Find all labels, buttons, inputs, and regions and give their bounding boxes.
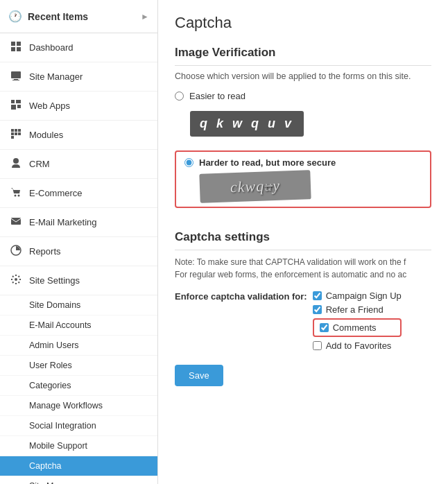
captcha-hard-option[interactable]: Harder to read, but more secure xyxy=(184,157,422,168)
arrow-right-icon: ► xyxy=(141,12,149,21)
clock-icon: 🕐 xyxy=(8,10,22,23)
site-settings-icon xyxy=(10,274,22,287)
sub-item-mobile-support[interactable]: Mobile Support xyxy=(0,436,157,456)
svg-point-20 xyxy=(18,195,20,197)
svg-rect-9 xyxy=(11,105,16,110)
captcha-hard-label: Harder to read, but more secure xyxy=(199,157,336,168)
sidebar-item-site-manager-label: Site Manager xyxy=(29,71,83,82)
sidebar-item-crm-label: CRM xyxy=(29,159,50,169)
crm-icon xyxy=(10,157,22,171)
svg-rect-4 xyxy=(11,71,21,78)
captcha-settings-note: Note: To make sure that CAPTCHA validati… xyxy=(175,256,431,281)
svg-rect-7 xyxy=(11,100,15,103)
sub-item-email-accounts[interactable]: E-Mail Accounts xyxy=(0,316,157,336)
image-verification-title: Image Verification xyxy=(175,46,431,66)
sub-item-manage-workflows[interactable]: Manage Workflows xyxy=(0,396,157,416)
recent-items-label: Recent Items xyxy=(28,11,88,22)
sidebar-item-modules[interactable]: Modules xyxy=(0,121,157,150)
sub-item-site-domains[interactable]: Site Domains xyxy=(0,295,157,316)
svg-rect-14 xyxy=(11,132,14,135)
sidebar-item-dashboard-label: Dashboard xyxy=(29,42,74,53)
svg-rect-12 xyxy=(15,129,17,132)
sub-item-captcha[interactable]: Captcha xyxy=(0,456,157,476)
sidebar: 🕐 Recent Items ► Dashboard Site Manager … xyxy=(0,0,158,484)
svg-rect-8 xyxy=(16,100,21,103)
sidebar-item-reports[interactable]: Reports xyxy=(0,237,157,266)
campaign-signup-label: Campaign Sign Up xyxy=(326,291,402,301)
save-button[interactable]: Save xyxy=(175,365,223,386)
svg-rect-15 xyxy=(15,132,17,135)
checkbox-add-favorites[interactable]: Add to Favorites xyxy=(313,340,402,351)
refer-friend-label: Refer a Friend xyxy=(326,304,384,315)
sidebar-item-web-apps-label: Web Apps xyxy=(29,101,70,111)
svg-rect-13 xyxy=(18,129,21,132)
captcha-easy-label: Easier to read xyxy=(189,91,245,101)
sub-item-social-integration[interactable]: Social Integration xyxy=(0,416,157,436)
captcha-settings-title: Captcha settings xyxy=(175,230,431,250)
captcha-settings-section: Captcha settings Note: To make sure that… xyxy=(175,230,431,351)
campaign-signup-checkbox[interactable] xyxy=(313,291,322,300)
site-settings-sub-items: Site Domains E-Mail Accounts Admin Users… xyxy=(0,295,157,484)
svg-rect-1 xyxy=(17,42,21,46)
dashboard-icon xyxy=(10,41,22,54)
recent-items-nav[interactable]: 🕐 Recent Items ► xyxy=(0,0,157,33)
captcha-easy-preview: q k w q u v xyxy=(190,111,304,137)
email-marketing-icon xyxy=(10,216,22,229)
modules-icon xyxy=(10,128,22,141)
comments-label: Comments xyxy=(333,322,377,333)
sidebar-item-crm[interactable]: CRM xyxy=(0,150,157,179)
svg-rect-0 xyxy=(11,42,15,46)
sidebar-item-dashboard[interactable]: Dashboard xyxy=(0,33,157,62)
svg-rect-16 xyxy=(18,132,21,135)
web-apps-icon xyxy=(10,99,22,112)
svg-rect-21 xyxy=(11,218,21,225)
image-verification-desc: Choose which version will be applied to … xyxy=(175,71,431,81)
enforce-row: Enforce captcha validation for: Campaign… xyxy=(175,291,431,351)
sub-item-site-map[interactable]: Site Map xyxy=(0,476,157,484)
captcha-hard-preview-container: ckwquy xyxy=(184,172,422,201)
reports-icon xyxy=(10,245,22,258)
sidebar-item-ecommerce-label: E-Commerce xyxy=(29,188,83,198)
svg-rect-3 xyxy=(17,47,21,51)
captcha-hard-radio[interactable] xyxy=(184,158,193,167)
captcha-easy-preview-container: q k w q u v xyxy=(175,108,431,144)
svg-point-18 xyxy=(13,158,19,164)
sidebar-nav: Dashboard Site Manager Web Apps Modules xyxy=(0,33,157,484)
svg-rect-11 xyxy=(11,129,14,132)
site-manager-icon xyxy=(10,70,22,83)
svg-rect-17 xyxy=(11,136,14,139)
captcha-easy-option[interactable]: Easier to read xyxy=(175,91,431,101)
captcha-hard-option-box: Harder to read, but more secure ckwquy xyxy=(175,150,431,208)
comments-checkbox[interactable] xyxy=(320,323,329,332)
page-title: Captcha xyxy=(175,14,431,32)
checkbox-refer-friend[interactable]: Refer a Friend xyxy=(313,304,402,315)
sidebar-item-ecommerce[interactable]: E-Commerce xyxy=(0,179,157,208)
svg-rect-2 xyxy=(11,47,15,51)
sidebar-item-site-settings-label: Site Settings xyxy=(29,275,80,286)
checkbox-campaign-signup[interactable]: Campaign Sign Up xyxy=(313,291,402,301)
checkbox-comments-highlighted: Comments xyxy=(313,318,402,337)
sidebar-item-reports-label: Reports xyxy=(29,246,61,257)
image-verification-section: Image Verification Choose which version … xyxy=(175,46,431,219)
enforce-label: Enforce captcha validation for: xyxy=(175,291,307,302)
checkbox-list: Campaign Sign Up Refer a Friend Comments… xyxy=(313,291,402,351)
sidebar-item-site-manager[interactable]: Site Manager xyxy=(0,62,157,92)
sub-item-categories[interactable]: Categories xyxy=(0,376,157,396)
sidebar-item-site-settings[interactable]: Site Settings xyxy=(0,266,157,295)
sidebar-item-email-marketing[interactable]: E-Mail Marketing xyxy=(0,208,157,237)
add-favorites-label: Add to Favorites xyxy=(326,340,392,351)
refer-friend-checkbox[interactable] xyxy=(313,305,322,314)
sub-item-admin-users[interactable]: Admin Users xyxy=(0,336,157,356)
svg-rect-6 xyxy=(12,80,19,80)
sub-item-user-roles[interactable]: User Roles xyxy=(0,356,157,376)
sidebar-item-email-marketing-label: E-Mail Marketing xyxy=(29,217,97,227)
svg-point-23 xyxy=(15,278,17,281)
main-content: Captcha Image Verification Choose which … xyxy=(158,0,448,484)
svg-rect-10 xyxy=(17,105,21,108)
sidebar-item-web-apps[interactable]: Web Apps xyxy=(0,92,157,121)
sidebar-item-modules-label: Modules xyxy=(29,130,63,140)
add-favorites-checkbox[interactable] xyxy=(313,341,322,350)
captcha-easy-radio[interactable] xyxy=(175,92,184,101)
captcha-radio-group: Easier to read q k w q u v Harder to rea… xyxy=(175,91,431,219)
svg-point-19 xyxy=(15,195,17,197)
